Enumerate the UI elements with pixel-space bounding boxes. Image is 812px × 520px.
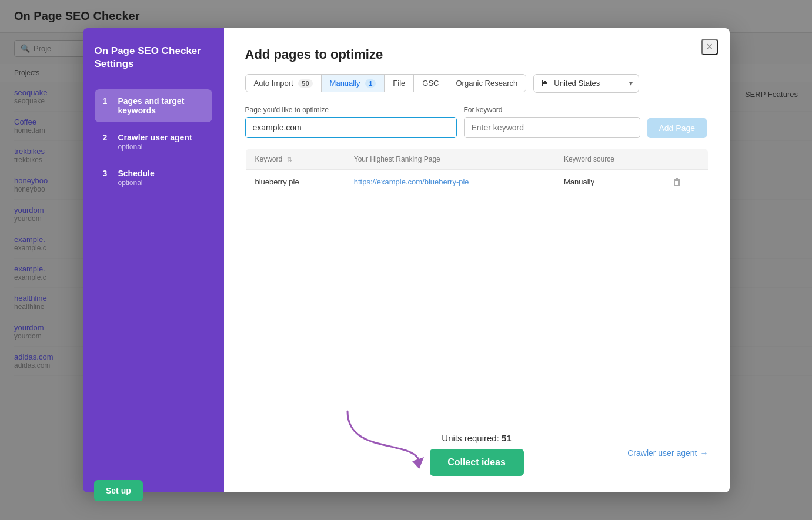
tab-manually[interactable]: Manually 1: [322, 75, 385, 92]
sidebar-item-3-sub: optional: [118, 179, 155, 187]
delete-icon[interactable]: 🗑: [673, 177, 682, 187]
source-cell: Manually: [554, 169, 663, 194]
tab-organic-research[interactable]: Organic Research: [447, 75, 526, 92]
sidebar-item-3-label: Schedule: [118, 169, 155, 178]
modal-wrapper: On Page SEO Checker Settings 1 Pages and…: [83, 28, 730, 492]
modal-title: Add pages to optimize: [245, 47, 709, 62]
country-dropdown[interactable]: 🖥 United States ▾: [533, 74, 639, 93]
page-input-group: Page you'd like to optimize: [245, 106, 457, 138]
tab-auto-import[interactable]: Auto Import 50: [246, 75, 322, 92]
units-required-text: Units required: 51: [442, 433, 511, 443]
add-page-button[interactable]: Add Page: [647, 118, 707, 138]
sidebar-item-2-content: Crawler user agent optional: [118, 133, 192, 151]
arrow-decoration: [336, 405, 436, 470]
settings-sidebar: On Page SEO Checker Settings 1 Pages and…: [83, 28, 224, 492]
svg-marker-0: [412, 457, 424, 469]
col-keyword: Keyword ⇅: [245, 149, 345, 169]
page-input[interactable]: [245, 117, 457, 138]
col-keyword-source: Keyword source: [554, 149, 663, 169]
col-ranking-page: Your Highest Ranking Page: [345, 149, 554, 169]
crawler-user-agent-link[interactable]: Crawler user agent →: [627, 448, 708, 458]
chevron-down-icon: ▾: [629, 79, 633, 88]
filter-icon[interactable]: ⇅: [287, 156, 292, 163]
keywords-table: Keyword ⇅ Your Highest Ranking Page Keyw…: [245, 149, 709, 195]
page-form: Page you'd like to optimize For keyword …: [245, 106, 709, 138]
table-row: blueberry pie https://example.com/bluebe…: [245, 169, 708, 194]
sidebar-item-3-content: Schedule optional: [118, 169, 155, 187]
sidebar-item-crawler[interactable]: 2 Crawler user agent optional: [95, 126, 212, 158]
sidebar-item-1-number: 1: [103, 96, 112, 106]
keyword-input[interactable]: [464, 117, 640, 138]
auto-import-badge: 50: [298, 79, 312, 88]
setup-button[interactable]: Set up: [94, 480, 143, 492]
modal-footer: Units required: 51 Collect ideas Crawler…: [245, 421, 709, 476]
collect-ideas-button[interactable]: Collect ideas: [430, 449, 524, 476]
country-label: United States: [554, 79, 600, 88]
manually-badge: 1: [365, 79, 376, 88]
delete-cell: 🗑: [663, 169, 708, 194]
col-actions: [663, 149, 708, 169]
modal-overlay: On Page SEO Checker Settings 1 Pages and…: [0, 0, 812, 520]
sidebar-item-2-label: Crawler user agent: [118, 133, 192, 142]
page-cell: https://example.com/blueberry-pie: [345, 169, 554, 194]
modal-content: × Add pages to optimize Auto Import 50 M…: [224, 28, 730, 492]
sidebar-item-2-sub: optional: [118, 143, 192, 151]
crawler-link-area: Crawler user agent →: [524, 448, 709, 460]
page-input-label: Page you'd like to optimize: [245, 106, 457, 114]
keyword-input-group: For keyword: [464, 106, 640, 138]
sidebar-item-pages[interactable]: 1 Pages and target keywords: [95, 89, 212, 122]
units-collect-area: Units required: 51 Collect ideas: [430, 433, 524, 476]
tab-gsc[interactable]: GSC: [414, 75, 447, 92]
arrow-right-icon: →: [700, 448, 709, 458]
monitor-icon: 🖥: [540, 78, 549, 89]
sidebar-item-3-number: 3: [103, 169, 112, 178]
keyword-cell: blueberry pie: [245, 169, 345, 194]
tab-group: Auto Import 50 Manually 1 File GSC Organ: [245, 74, 527, 92]
sidebar-item-2-number: 2: [103, 133, 112, 142]
sidebar-item-1-content: Pages and target keywords: [118, 96, 204, 115]
keyword-input-label: For keyword: [464, 106, 640, 114]
tab-file[interactable]: File: [385, 75, 414, 92]
sidebar-item-1-label: Pages and target keywords: [118, 96, 204, 115]
close-button[interactable]: ×: [701, 39, 718, 55]
tabs-row: Auto Import 50 Manually 1 File GSC Organ: [245, 74, 709, 93]
sidebar-item-schedule[interactable]: 3 Schedule optional: [95, 162, 212, 194]
sidebar-title: On Page SEO Checker Settings: [95, 45, 212, 71]
